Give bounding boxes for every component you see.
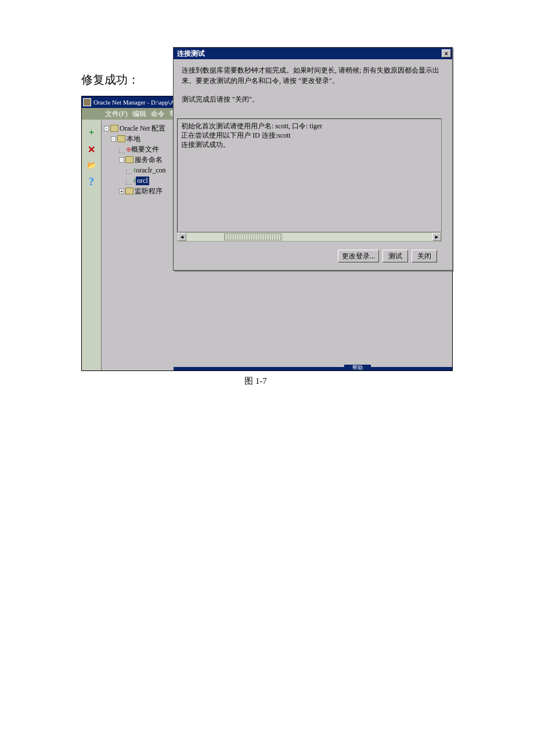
doc-heading: 修复成功： <box>81 72 139 88</box>
dialog-para2: 测试完成后请按 "关闭"。 <box>182 94 444 105</box>
open-folder-icon[interactable]: 📂 <box>86 160 98 171</box>
dialog-body: 连接到数据库需要数秒钟才能完成。如果时间更长, 请稍候; 所有失败原因都会显示出… <box>174 59 452 262</box>
folder-icon <box>125 188 134 195</box>
config-icon <box>110 125 118 132</box>
tree-connector-icon <box>126 169 132 174</box>
dialog-close-button[interactable]: × <box>442 49 451 57</box>
help-icon[interactable]: ? <box>86 176 98 188</box>
tree-root[interactable]: - Oracle Net 配置 <box>103 123 172 134</box>
delete-icon[interactable]: ✕ <box>86 143 98 155</box>
tree-entry-orcl[interactable]: ℓ orcl <box>103 175 172 186</box>
globe-icon: ⊕ <box>126 146 131 153</box>
bottom-tab: 帮助 <box>344 365 371 370</box>
scroll-left-icon[interactable]: ◄ <box>178 233 186 241</box>
scroll-right-icon[interactable]: ► <box>432 233 441 241</box>
log-line-1: 初始化首次测试请使用用户名: scott, 口令: tiger <box>181 121 438 131</box>
connection-test-dialog: 连接测试 × 连接到数据库需要数秒钟才能完成。如果时间更长, 请稍候; 所有失败… <box>173 47 453 271</box>
tree-connector-icon <box>126 179 132 185</box>
tree-entry1-label: oraclr_con <box>136 166 165 175</box>
tree-local[interactable]: - 本地 <box>103 134 172 144</box>
scroll-thumb[interactable] <box>224 233 282 240</box>
log-line-3: 连接测试成功。 <box>181 140 438 149</box>
tree-root-label: Oracle Net 配置 <box>120 124 165 134</box>
tree-listeners-label: 监听程序 <box>135 186 163 196</box>
log-line-2: 正在尝试使用以下用户 ID 连接:scott <box>181 131 438 140</box>
tree-service-naming[interactable]: - 服务命名 <box>103 154 172 165</box>
app-icon <box>83 98 91 106</box>
collapse-icon[interactable]: - <box>119 157 124 163</box>
tree-entry2-label: orcl <box>136 177 149 185</box>
tree-panel: - Oracle Net 配置 - 本地 ⊕ 概要文件 - 服务命名 <box>102 120 174 370</box>
dialog-title-text: 连接测试 <box>177 49 205 59</box>
figure-caption: 图 1-7 <box>244 376 267 387</box>
add-icon[interactable]: + <box>86 127 98 139</box>
expand-icon[interactable]: + <box>119 189 124 194</box>
tree-local-label: 本地 <box>127 134 140 144</box>
test-button[interactable]: 测试 <box>383 250 408 262</box>
menu-file[interactable]: 文件(F) <box>105 109 128 119</box>
collapse-icon[interactable]: - <box>111 136 116 142</box>
tree-connector-icon <box>119 148 125 153</box>
bottom-strip <box>174 367 452 370</box>
dialog-log: 初始化首次测试请使用用户名: scott, 口令: tiger 正在尝试使用以下… <box>177 118 442 232</box>
tool-strip: + ✕ 📂 ? <box>82 120 102 370</box>
tree-listeners[interactable]: + 监听程序 <box>103 186 172 196</box>
tree-profile[interactable]: ⊕ 概要文件 <box>103 144 172 154</box>
horizontal-scrollbar[interactable]: ◄ ► <box>177 232 442 242</box>
tree-entry-oraclr[interactable]: ℓ oraclr_con <box>103 165 172 175</box>
folder-icon <box>125 156 134 163</box>
menu-edit[interactable]: 编辑 <box>132 109 146 119</box>
dialog-para1: 连接到数据库需要数秒钟才能完成。如果时间更长, 请稍候; 所有失败原因都会显示出… <box>182 65 444 86</box>
folder-icon <box>117 135 125 142</box>
menu-command[interactable]: 命令 <box>151 109 165 119</box>
collapse-icon[interactable]: - <box>104 126 109 131</box>
close-button[interactable]: 关闭 <box>412 250 437 262</box>
dialog-titlebar: 连接测试 × <box>174 48 452 59</box>
dialog-buttons: 更改登录... 测试 关闭 <box>182 242 444 262</box>
tree-profile-label: 概要文件 <box>131 145 159 154</box>
tree-service-naming-label: 服务命名 <box>135 155 163 165</box>
change-login-button[interactable]: 更改登录... <box>338 250 379 262</box>
